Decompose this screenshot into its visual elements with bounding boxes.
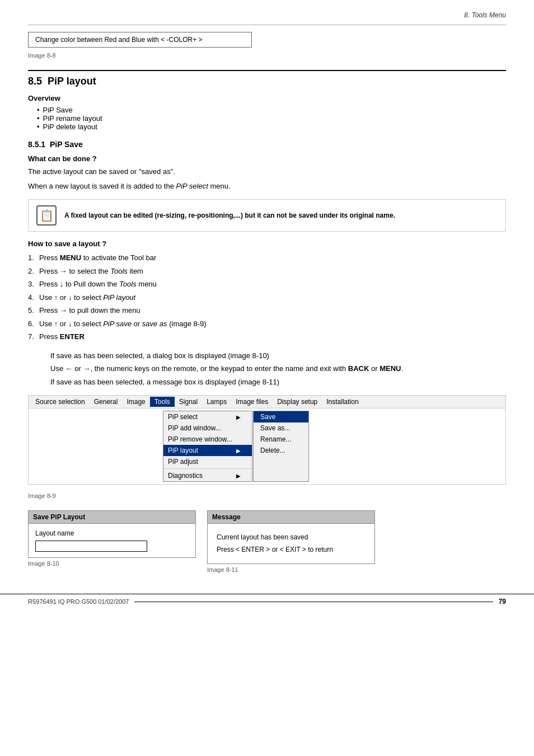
image-8-9-label: Image 8-9 bbox=[28, 492, 506, 499]
pip-layout-submenu: Save Save as... Rename... Delete... bbox=[253, 411, 309, 482]
overview-list: PiP Save PiP rename layout PiP delete la… bbox=[28, 106, 506, 131]
sub-text-1: If save as has been selected, a dialog b… bbox=[28, 350, 506, 361]
step-1: 1.Press MENU to activate the Tool bar bbox=[28, 252, 506, 264]
dialog-body: Layout name bbox=[29, 524, 195, 557]
menu-dropdown-area: PiP select▶ PiP add window... PiP remove… bbox=[29, 408, 505, 484]
chapter-header: 8. Tools Menu bbox=[28, 11, 506, 19]
image-8-11-label: Image 8-11 bbox=[207, 566, 375, 573]
what-can-title: What can be done ? bbox=[28, 154, 506, 163]
list-item: PiP rename layout bbox=[37, 114, 506, 123]
footer-text: R5976491 IQ PRO G500 01/02/2007 bbox=[28, 598, 129, 605]
save-subitem: Save bbox=[254, 411, 308, 422]
list-item: PiP delete layout bbox=[37, 123, 506, 131]
menu-item-general: General bbox=[90, 397, 123, 407]
note-text: A fixed layout can be edited (re-sizing,… bbox=[64, 212, 395, 219]
message-title: Message bbox=[208, 511, 374, 524]
section-title: PiP layout bbox=[48, 76, 96, 87]
what-can-text1: The active layout can be saved or "saved… bbox=[28, 166, 506, 177]
overview-title: Overview bbox=[28, 94, 506, 102]
note-box: 📋 A fixed layout can be edited (re-sizin… bbox=[28, 199, 506, 232]
message-body: Current layout has been saved Press < EN… bbox=[208, 524, 374, 564]
save-dialog: Save PiP Layout Layout name Image 8-10 bbox=[28, 510, 196, 584]
dialog-label: Layout name bbox=[35, 529, 189, 537]
step-7: 7.Press ENTER bbox=[28, 331, 506, 342]
menu-top-bar: Source selection General Image Tools Sig… bbox=[29, 396, 505, 408]
dialogs-row: Save PiP Layout Layout name Image 8-10 M… bbox=[28, 510, 506, 584]
menu-screenshot: Source selection General Image Tools Sig… bbox=[28, 395, 506, 485]
diagnostics-item: Diagnostics▶ bbox=[163, 470, 252, 481]
how-to-title: How to save a layout ? bbox=[28, 240, 506, 248]
message-dialog: Message Current layout has been saved Pr… bbox=[207, 510, 375, 584]
menu-item-source: Source selection bbox=[31, 397, 90, 407]
step-3: 3.Press ↓ to Pull down the Tools menu bbox=[28, 279, 506, 290]
layout-name-input[interactable] bbox=[35, 541, 147, 552]
sub-text-2: Use ← or →, the numeric keys on the remo… bbox=[28, 363, 506, 374]
section-number: 8.5 bbox=[28, 76, 42, 87]
list-item: PiP Save bbox=[37, 106, 506, 114]
step-6: 6.Use ↑ or ↓ to select PiP save or save … bbox=[28, 318, 506, 330]
tools-dropdown: PiP select▶ PiP add window... PiP remove… bbox=[163, 411, 252, 482]
step-4: 4.Use ↑ or ↓ to select PiP layout bbox=[28, 292, 506, 303]
menu-item-display: Display setup bbox=[273, 397, 322, 407]
what-can-text2: When a new layout is saved it is added t… bbox=[28, 181, 506, 192]
pip-adjust-item: PiP adjust bbox=[163, 456, 252, 467]
rename-subitem: Rename... bbox=[254, 434, 308, 445]
color-box: Change color between Red and Blue with <… bbox=[28, 32, 252, 48]
message-line1: Current layout has been saved bbox=[217, 532, 366, 544]
pip-select-item: PiP select▶ bbox=[163, 411, 252, 422]
sub-text-3: If save as has been selected, a message … bbox=[28, 377, 506, 388]
delete-subitem: Delete... bbox=[254, 445, 308, 456]
pip-remove-item: PiP remove window... bbox=[163, 434, 252, 445]
image-8-8-label: Image 8-8 bbox=[28, 52, 506, 59]
section-heading: 8.5 PiP layout bbox=[28, 70, 506, 87]
message-line2: Press < ENTER > or < EXIT > to return bbox=[217, 544, 366, 556]
menu-item-tools: Tools bbox=[150, 397, 175, 407]
page-footer: R5976491 IQ PRO G500 01/02/2007 79 bbox=[0, 594, 534, 605]
save-as-subitem: Save as... bbox=[254, 422, 308, 434]
subsection-851-heading: 8.5.1 PiP Save bbox=[28, 140, 506, 149]
menu-item-image: Image bbox=[122, 397, 149, 407]
message-box: Message Current layout has been saved Pr… bbox=[207, 510, 375, 564]
menu-item-installation: Installation bbox=[322, 397, 363, 407]
note-icon: 📋 bbox=[36, 205, 57, 226]
steps-list: 1.Press MENU to activate the Tool bar 2.… bbox=[28, 252, 506, 342]
dialog-title: Save PiP Layout bbox=[29, 511, 195, 524]
menu-item-imagefiles: Image files bbox=[231, 397, 273, 407]
image-8-10-label: Image 8-10 bbox=[28, 560, 196, 567]
step-2: 2.Press → to select the Tools item bbox=[28, 266, 506, 277]
pip-add-item: PiP add window... bbox=[163, 422, 252, 434]
menu-item-lamps: Lamps bbox=[202, 397, 231, 407]
pip-layout-item: PiP layout▶ bbox=[163, 445, 252, 456]
page-number: 79 bbox=[499, 598, 506, 605]
menu-item-signal: Signal bbox=[175, 397, 202, 407]
step-5: 5.Press → to pull down the menu bbox=[28, 305, 506, 316]
dialog-box: Save PiP Layout Layout name bbox=[28, 510, 196, 558]
